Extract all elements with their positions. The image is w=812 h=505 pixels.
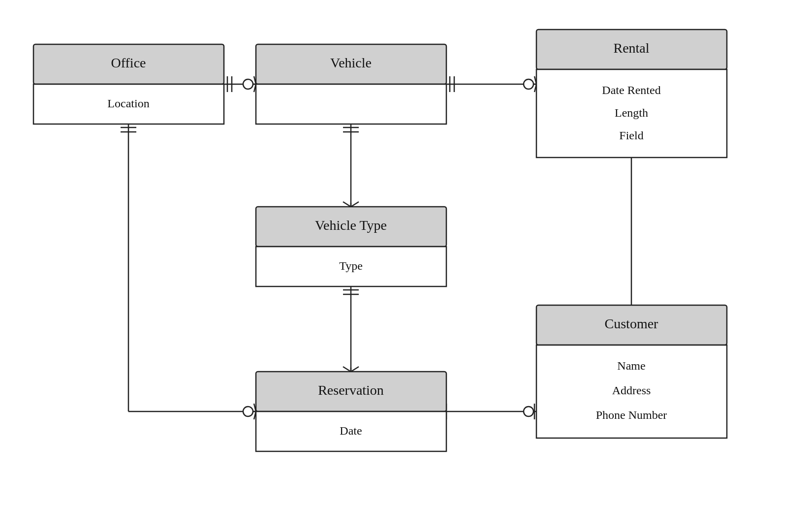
customer-attr-phone: Phone Number — [596, 409, 667, 421]
office-attr-location: Location — [107, 97, 149, 110]
rental-attr-length: Length — [615, 106, 648, 119]
customer-entity: Customer Name Address Phone Number — [536, 305, 727, 438]
office-title: Office — [111, 55, 146, 70]
svg-point-36 — [524, 407, 533, 416]
svg-line-24 — [351, 367, 359, 372]
customer-title: Customer — [605, 316, 659, 331]
vehicle-title: Vehicle — [330, 55, 372, 70]
reservation-entity: Reservation Date — [256, 372, 446, 451]
svg-line-17 — [343, 202, 351, 207]
svg-point-3 — [243, 79, 253, 89]
customer-attr-address: Address — [612, 384, 651, 397]
svg-line-23 — [343, 367, 351, 372]
rental-title: Rental — [613, 40, 649, 56]
rental-entity: Rental Date Rented Length Field — [536, 30, 727, 158]
rental-attr-date: Date Rented — [602, 84, 660, 96]
rental-attr-field: Field — [619, 129, 643, 142]
reservation-attr-date: Date — [340, 424, 362, 437]
vehicle-type-attr-type: Type — [339, 259, 363, 272]
svg-point-10 — [524, 79, 533, 89]
office-entity: Office Location — [33, 44, 224, 124]
customer-attr-name: Name — [617, 359, 645, 372]
svg-line-18 — [351, 202, 359, 207]
vehicle-entity: Vehicle — [256, 44, 446, 124]
svg-point-30 — [243, 407, 253, 416]
reservation-title: Reservation — [318, 382, 384, 398]
svg-rect-47 — [256, 84, 446, 124]
vehicle-type-entity: Vehicle Type Type — [256, 207, 446, 286]
vehicle-type-title: Vehicle Type — [315, 218, 387, 233]
